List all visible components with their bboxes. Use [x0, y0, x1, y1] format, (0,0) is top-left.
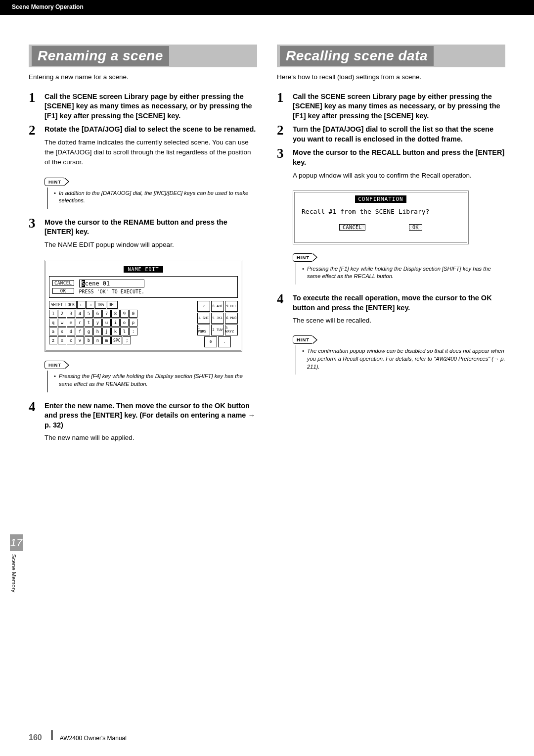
hint-tag-wrap: HINT: [293, 334, 505, 344]
ins-key[interactable]: INS: [95, 301, 106, 309]
key[interactable]: 1: [49, 310, 57, 318]
cancel-button[interactable]: CANCEL: [339, 224, 365, 231]
key[interactable]: ;: [123, 336, 131, 344]
name-field[interactable]: Scene 01: [79, 280, 144, 287]
key[interactable]: 8: [111, 310, 120, 318]
key[interactable]: e: [67, 319, 75, 327]
ok-button[interactable]: OK: [409, 224, 422, 231]
step-text: The new name will be applied.: [44, 433, 257, 443]
key[interactable]: q: [49, 319, 57, 327]
key[interactable]: v: [76, 336, 84, 344]
key[interactable]: 0: [129, 310, 137, 318]
hint-text: The confirmation popup window can be dis…: [302, 347, 505, 371]
left-column: Renaming a scene Entering a new name for…: [29, 45, 257, 452]
key[interactable]: 9: [120, 310, 129, 318]
del-key[interactable]: DEL: [107, 301, 118, 309]
step-head: To execute the recall operation, move th…: [293, 293, 505, 313]
pad-key[interactable]: 6 MNO: [225, 313, 238, 324]
pad-key[interactable]: 8 ABC: [211, 301, 224, 312]
hint-label: HINT: [44, 361, 65, 369]
pad-key[interactable]: 9 DEF: [225, 301, 238, 312]
cancel-button[interactable]: CANCEL: [52, 280, 74, 286]
left-step-2: 2 Rotate the [DATA/JOG] dial to select t…: [29, 125, 257, 172]
key[interactable]: a: [49, 328, 57, 335]
name-edit-side-buttons: CANCEL OK: [52, 280, 74, 294]
key[interactable]: 2: [58, 310, 66, 318]
key[interactable]: 5: [85, 310, 93, 318]
key[interactable]: h: [93, 328, 102, 335]
key[interactable]: o: [120, 319, 129, 327]
step-body: To execute the recall operation, move th…: [293, 293, 505, 331]
pad-key[interactable]: 3 WXYZ: [225, 325, 238, 335]
key[interactable]: w: [58, 319, 66, 327]
key[interactable]: l: [120, 328, 129, 335]
key[interactable]: f: [76, 328, 84, 335]
headline-bar-left: Renaming a scene: [29, 45, 257, 67]
key[interactable]: g: [85, 328, 93, 335]
key[interactable]: u: [102, 319, 111, 327]
key[interactable]: p: [129, 319, 137, 327]
pad-key[interactable]: 1 PQRS: [197, 325, 210, 335]
key[interactable]: s: [58, 328, 66, 335]
hint-body-2: Pressing the [F4] key while holding the …: [47, 371, 257, 392]
kb-z-row: z x c v b n m SPC ;: [49, 336, 137, 344]
hint-tag-wrap: HINT: [44, 177, 257, 186]
key[interactable]: 7: [102, 310, 111, 318]
key[interactable]: m: [102, 336, 111, 344]
right-step-4: 4 To execute the recall operation, move …: [277, 293, 505, 331]
key[interactable]: 6: [93, 310, 102, 318]
pad-key[interactable]: 2 TUV: [211, 325, 224, 335]
key[interactable]: :: [129, 328, 137, 335]
left-arrow-key[interactable]: ←: [77, 301, 86, 309]
right-column: Recalling scene data Here's how to recal…: [277, 45, 505, 452]
key[interactable]: 3: [67, 310, 75, 318]
hint-body-r2: The confirmation popup window can be dis…: [296, 345, 505, 375]
name-edit-instruction: PRESS 'OK' TO EXECUTE.: [79, 289, 144, 294]
step-head: Call the SCENE screen Library page by ei…: [293, 92, 505, 121]
shiftlock-key[interactable]: SHIFT LOCK: [49, 301, 77, 309]
name-edit-title: NAME EDIT: [124, 266, 163, 273]
step-body: Turn the [DATA/JOG] dial to scroll the l…: [293, 125, 505, 144]
left-step-4: 4 Enter the new name. Then move the curs…: [29, 401, 257, 448]
hint-label: HINT: [44, 178, 65, 186]
chapter-label: Scene Memory: [11, 551, 17, 592]
key[interactable]: t: [85, 319, 93, 327]
right-arrow-key[interactable]: →: [86, 301, 94, 309]
step-text: A popup window will ask you to confirm t…: [293, 171, 505, 181]
pad-key[interactable]: 5 JKL: [211, 313, 224, 324]
page-footer: 160 AW2400 Owner's Manual: [29, 730, 127, 742]
spc-key[interactable]: SPC: [111, 336, 122, 344]
keyboard-left: SHIFT LOCK ← → INS DEL 1 2 3 4 5 6: [49, 301, 137, 347]
step-head: Enter the new name. Then move the cursor…: [44, 401, 257, 430]
key[interactable]: i: [111, 319, 120, 327]
manual-title: AW2400 Owner's Manual: [60, 735, 127, 742]
key[interactable]: z: [49, 336, 57, 344]
left-intro: Entering a new name for a scene.: [29, 72, 257, 82]
step-body: Enter the new name. Then move the cursor…: [44, 401, 257, 448]
key[interactable]: d: [67, 328, 75, 335]
key[interactable]: b: [85, 336, 93, 344]
confirmation-buttons: CANCEL OK: [295, 224, 467, 242]
page-header: Scene Memory Operation: [0, 0, 534, 15]
step-number: 4: [29, 401, 44, 448]
key[interactable]: y: [93, 319, 102, 327]
key[interactable]: j: [102, 328, 111, 335]
section-title: Scene Memory Operation: [12, 3, 84, 10]
ok-button[interactable]: OK: [52, 288, 74, 294]
pad-key[interactable]: 4 GHI: [197, 313, 210, 324]
key[interactable]: k: [111, 328, 120, 335]
step-number: 1: [29, 92, 44, 121]
key[interactable]: r: [76, 319, 84, 327]
pad-key[interactable]: 0: [204, 336, 217, 347]
key[interactable]: c: [67, 336, 75, 344]
pad-key[interactable]: 7: [197, 301, 210, 312]
right-step-1: 1 Call the SCENE screen Library page by …: [277, 92, 505, 121]
key[interactable]: 4: [76, 310, 84, 318]
kb-a-row: a s d f g h j k l :: [49, 328, 137, 335]
headline-bar-right: Recalling scene data: [277, 45, 505, 67]
key[interactable]: n: [93, 336, 102, 344]
hint-body-r1: Pressing the [F1] key while holding the …: [296, 263, 505, 284]
pad-key[interactable]: .: [218, 336, 231, 347]
key[interactable]: x: [58, 336, 66, 344]
chapter-number: 17: [10, 534, 23, 551]
